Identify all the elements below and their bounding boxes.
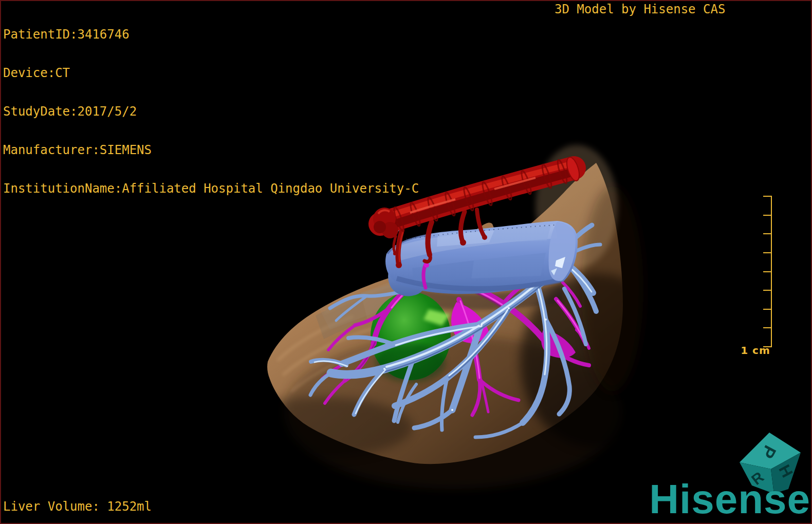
institution-line: InstitutionName:Affiliated Hospital Qing… bbox=[3, 182, 419, 195]
patient-info-block: PatientID:3416746 Device:CT StudyDate:20… bbox=[3, 3, 419, 221]
scale-bar-label: 1 cm bbox=[740, 344, 771, 357]
patient-id-line: PatientID:3416746 bbox=[3, 28, 419, 41]
scale-tick bbox=[763, 252, 771, 253]
scale-tick bbox=[763, 290, 771, 291]
scale-tick bbox=[763, 196, 771, 197]
device-line: Device:CT bbox=[3, 67, 419, 80]
scale-tick bbox=[763, 215, 771, 216]
scale-tick bbox=[763, 233, 771, 234]
scale-tick bbox=[763, 327, 771, 328]
cas-3d-model-screen: PatientID:3416746 Device:CT StudyDate:20… bbox=[0, 0, 812, 524]
scale-tick bbox=[763, 271, 771, 272]
scale-tick bbox=[763, 309, 771, 310]
watermark-title: 3D Model by Hisense CAS bbox=[555, 3, 725, 16]
manufacturer-line: Manufacturer:SIEMENS bbox=[3, 144, 419, 157]
scale-bar bbox=[763, 196, 772, 347]
hisense-logo-wordmark: Hisense bbox=[649, 479, 810, 520]
study-date-line: StudyDate:2017/5/2 bbox=[3, 105, 419, 118]
liver-volume-label: Liver Volume: 1252ml bbox=[3, 500, 152, 513]
